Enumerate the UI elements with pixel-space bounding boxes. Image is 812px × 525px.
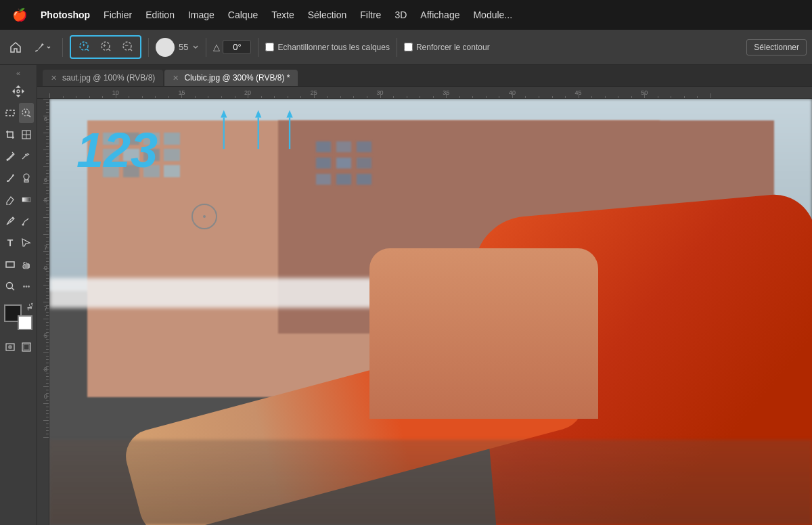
tool-eyedropper[interactable] bbox=[3, 146, 18, 166]
cursor-dot bbox=[203, 215, 206, 218]
tool-screen-mode[interactable] bbox=[19, 337, 34, 357]
angle-control: △ bbox=[213, 40, 251, 54]
tool-rectangle[interactable] bbox=[3, 254, 18, 275]
menu-edition[interactable]: Edition bbox=[139, 7, 181, 23]
tool-type[interactable]: T bbox=[3, 233, 18, 253]
svg-text:+: + bbox=[103, 43, 106, 49]
tool-gradient[interactable] bbox=[19, 189, 34, 210]
tool-rect-select[interactable] bbox=[3, 103, 18, 123]
pen-tools-row bbox=[3, 211, 34, 231]
separator-2 bbox=[148, 38, 149, 57]
svg-point-5 bbox=[17, 90, 20, 93]
menu-affichage[interactable]: Affichage bbox=[413, 7, 466, 23]
reinforce-label[interactable]: Renforcer le contour bbox=[404, 43, 490, 52]
reinforce-checkbox[interactable] bbox=[404, 43, 413, 51]
person-skin bbox=[369, 248, 598, 419]
svg-rect-24 bbox=[24, 344, 29, 350]
svg-rect-6 bbox=[6, 110, 14, 116]
svg-point-22 bbox=[8, 345, 12, 349]
sample-all-checkbox[interactable] bbox=[265, 43, 274, 51]
crop-tools-row bbox=[3, 124, 34, 145]
ground-layer bbox=[49, 440, 812, 525]
tool-brush[interactable] bbox=[3, 168, 18, 188]
menu-module[interactable]: Module... bbox=[466, 7, 519, 23]
svg-point-11 bbox=[7, 159, 9, 161]
brush-size-dropdown[interactable]: 55 bbox=[179, 42, 188, 52]
menu-calque[interactable]: Calque bbox=[221, 7, 265, 23]
background-color[interactable] bbox=[18, 315, 32, 330]
menu-texte[interactable]: Texte bbox=[265, 7, 300, 23]
subtract-tool[interactable]: − bbox=[117, 38, 137, 56]
svg-rect-15 bbox=[22, 198, 30, 202]
zoom-tools-row: ••• bbox=[3, 276, 34, 296]
tool-quick-select[interactable] bbox=[19, 103, 34, 123]
tool-stamp[interactable] bbox=[19, 168, 34, 188]
tool-eraser[interactable] bbox=[3, 189, 18, 210]
size-dropdown-arrow[interactable] bbox=[192, 44, 199, 51]
annotation-overlay: 123 bbox=[76, 126, 158, 175]
apple-menu[interactable]: 🍎 bbox=[5, 5, 34, 25]
selection-tools-row bbox=[3, 103, 34, 123]
svg-rect-18 bbox=[6, 262, 14, 267]
svg-rect-14 bbox=[24, 180, 28, 182]
tool-path-select[interactable] bbox=[19, 233, 34, 253]
menu-image[interactable]: Image bbox=[181, 7, 221, 23]
separator-3 bbox=[206, 38, 206, 57]
tab-clubic[interactable]: ✕ Clubic.jpg @ 300% (RVB/8) * bbox=[164, 70, 298, 86]
sample-all-label[interactable]: Echantillonner tous les calques bbox=[265, 43, 389, 52]
home-button[interactable] bbox=[5, 39, 26, 56]
menu-fichier[interactable]: Fichier bbox=[97, 7, 139, 23]
separator-5 bbox=[397, 38, 397, 57]
tool-zoom[interactable] bbox=[3, 276, 18, 296]
ruler-h-numbers: 101520253035404550 bbox=[49, 87, 812, 99]
menu-photoshop[interactable]: Photoshop bbox=[34, 7, 97, 23]
tool-slice[interactable] bbox=[19, 124, 34, 145]
menu-bar: 🍎 Photoshop Fichier Edition Image Calque… bbox=[0, 0, 812, 30]
angle-input[interactable] bbox=[223, 40, 251, 54]
separator-1 bbox=[62, 38, 63, 57]
ruler-vertical: 665707580 bbox=[37, 99, 49, 525]
brush-cursor bbox=[191, 204, 217, 229]
tool-pen[interactable] bbox=[3, 211, 18, 231]
tab-close-saut[interactable]: ✕ bbox=[49, 74, 58, 83]
svg-text:−: − bbox=[125, 42, 129, 49]
tool-freeform-pen[interactable] bbox=[19, 211, 34, 231]
tool-quick-mask[interactable] bbox=[3, 337, 18, 357]
eyedropper-tools-row bbox=[3, 146, 34, 166]
photo-image bbox=[49, 99, 812, 525]
windows-grid-2 bbox=[316, 141, 371, 185]
ruler-horizontal: 101520253035404550 bbox=[37, 87, 812, 99]
collapse-arrows[interactable]: « bbox=[16, 69, 20, 77]
canvas-viewport[interactable]: 123 bbox=[49, 99, 812, 525]
tab-close-clubic[interactable]: ✕ bbox=[171, 74, 180, 83]
tool-measure[interactable] bbox=[19, 146, 34, 166]
tool-move[interactable] bbox=[4, 81, 32, 101]
svg-point-19 bbox=[7, 283, 13, 289]
tool-crop[interactable] bbox=[3, 124, 18, 145]
canvas-area: ✕ saut.jpg @ 100% (RVB/8) ✕ Clubic.jpg @… bbox=[37, 65, 812, 525]
tab-saut[interactable]: ✕ saut.jpg @ 100% (RVB/8) bbox=[43, 70, 163, 86]
mask-tools-row bbox=[3, 337, 34, 357]
options-toolbar: + − 55 △ Echantillonner tous les calques bbox=[0, 30, 812, 65]
brush-size-preview[interactable] bbox=[156, 38, 175, 57]
select-tools-group: + − bbox=[70, 35, 141, 59]
brush-dropdown[interactable] bbox=[30, 39, 55, 55]
svg-point-17 bbox=[22, 224, 24, 226]
left-toolbar: « bbox=[0, 65, 37, 525]
select-subject-button[interactable]: Sélectionner bbox=[746, 39, 807, 55]
menu-filtre[interactable]: Filtre bbox=[353, 7, 388, 23]
magic-wand-tool[interactable]: + bbox=[95, 38, 116, 56]
shape-tools-row bbox=[3, 254, 34, 275]
color-swatches: ↺ ⇄ bbox=[4, 304, 32, 330]
menu-selection[interactable]: Sélection bbox=[301, 7, 354, 23]
tool-more[interactable]: ••• bbox=[19, 276, 34, 296]
svg-line-20 bbox=[12, 288, 15, 291]
quick-select-tool[interactable] bbox=[74, 38, 94, 56]
angle-icon: △ bbox=[213, 42, 220, 52]
menu-3d[interactable]: 3D bbox=[388, 7, 413, 23]
svg-point-16 bbox=[12, 218, 14, 219]
main-area: « bbox=[0, 65, 812, 525]
tool-hand[interactable] bbox=[19, 254, 34, 275]
swap-colors-icon[interactable]: ⇄ bbox=[27, 304, 32, 311]
canvas-with-ruler: 665707580 bbox=[37, 99, 812, 525]
